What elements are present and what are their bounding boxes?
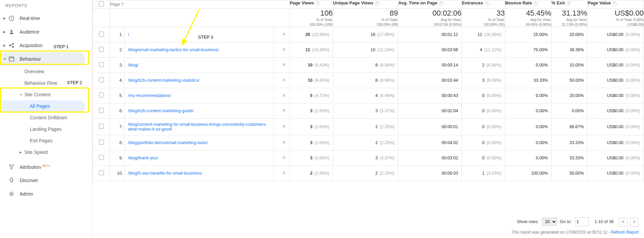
table-row: 5./my-recommendations/⇱5(4.72%)4(4.49%)0…: [93, 88, 644, 103]
prev-page-button[interactable]: <: [619, 218, 627, 226]
refresh-report-link[interactable]: Refresh Report: [611, 230, 639, 235]
page-link[interactable]: /blog/5-seo-benefits-for-small-business/: [128, 171, 202, 176]
help-icon[interactable]: ?: [375, 1, 380, 6]
help-icon[interactable]: ?: [439, 1, 444, 6]
page-link[interactable]: /blog/b2b-content-marketing-guide/: [128, 108, 194, 113]
column-header-unique[interactable]: Unique Page Views?: [333, 0, 398, 9]
popout-icon[interactable]: ⇱: [283, 156, 286, 160]
help-icon[interactable]: ?: [533, 1, 538, 6]
row-checkbox[interactable]: [99, 77, 104, 82]
row-checkbox[interactable]: [99, 93, 104, 98]
column-header-exit[interactable]: % Exit?: [552, 0, 587, 9]
clock-icon: [8, 15, 15, 22]
cell-bounce: 0.00%: [505, 151, 551, 166]
cell-entrances: 0(0.00%): [461, 135, 505, 151]
nav-admin[interactable]: Admin: [0, 187, 92, 201]
subnav-exit-pages[interactable]: Exit Pages: [0, 135, 85, 146]
pagination-range: 1-10 of 36: [595, 219, 614, 224]
popout-icon[interactable]: ⇱: [283, 93, 286, 98]
sort-down-icon: ↓: [328, 8, 331, 13]
popout-icon[interactable]: ⇱: [283, 108, 286, 113]
nav-attribution[interactable]: AttributionBETA: [0, 160, 92, 174]
row-checkbox[interactable]: [99, 62, 104, 67]
cell-unique: 2(2.25%): [333, 119, 398, 135]
column-header-pageviews[interactable]: Page Views? ↓: [290, 0, 333, 9]
nav-audience[interactable]: ▶ Audience: [0, 25, 92, 39]
row-popout-cell: ⇱: [274, 73, 290, 88]
caret-right-icon: ▶: [3, 44, 6, 47]
nav-label: Admin: [20, 191, 89, 197]
column-header-avgtime[interactable]: Avg. Time on Page?: [398, 0, 462, 9]
page-link[interactable]: /: [128, 32, 129, 37]
page-link[interactable]: /blog/content-marketing-for-small-busine…: [128, 122, 267, 132]
cell-pageviews: 3(2.83%): [290, 103, 333, 119]
next-page-button[interactable]: >: [630, 218, 639, 226]
summary-empty: [110, 9, 290, 27]
column-header-entrances[interactable]: Entrances?: [461, 0, 505, 9]
column-header-bounce[interactable]: Bounce Rate?: [505, 0, 551, 9]
cell-entrances: 12(36.36%): [461, 27, 505, 42]
subnav-site-content[interactable]: ▼ Site Content: [0, 89, 85, 100]
table-row: 10./blog/5-seo-benefits-for-small-busine…: [93, 166, 644, 181]
subnav-all-pages[interactable]: All Pages: [0, 100, 85, 112]
subnav-label: Behaviour Flow: [24, 80, 57, 86]
page-link[interactable]: /blog/portfolio-items/email-marketing-to…: [128, 140, 208, 145]
column-header-value[interactable]: Page Value?: [587, 0, 644, 9]
popout-icon[interactable]: ⇱: [283, 124, 286, 129]
row-popout-cell: ⇱: [274, 42, 290, 58]
summary-exit: 31.13% Avg for View: 31.13% (0.00%): [552, 9, 587, 27]
goto-input[interactable]: [575, 217, 589, 226]
help-icon[interactable]: ?: [485, 1, 489, 6]
show-rows-select[interactable]: 10: [542, 218, 557, 226]
help-icon[interactable]: ?: [121, 2, 124, 7]
nav-behaviour[interactable]: ▼ Behaviour: [0, 52, 85, 66]
help-icon[interactable]: ?: [315, 1, 320, 6]
help-icon[interactable]: ?: [566, 1, 571, 6]
page-link[interactable]: /blog/b2b-content-marketing-statistics/: [128, 78, 199, 83]
page-link[interactable]: /my-recommendations/: [128, 93, 171, 98]
row-checkbox[interactable]: [99, 47, 104, 52]
subnav-content-drilldown[interactable]: Content Drilldown: [0, 112, 85, 123]
row-popout-cell: ⇱: [274, 166, 290, 181]
row-checkbox[interactable]: [99, 140, 104, 145]
nav-realtime[interactable]: ▶ Real-time: [0, 12, 92, 25]
subnav-behaviour-flow[interactable]: Behaviour Flow: [0, 77, 85, 89]
nav-discover[interactable]: Discover: [0, 174, 92, 187]
sidebar-section-title: REPORTS: [0, 1, 92, 12]
cell-avgtime: 00:03:56: [398, 42, 462, 58]
column-header-page[interactable]: Page ?: [110, 0, 290, 9]
subnav-site-speed[interactable]: ▶ Site Speed: [0, 146, 85, 158]
row-index: 2.: [110, 42, 125, 58]
row-checkbox[interactable]: [99, 124, 104, 129]
cell-avgtime: 00:04:02: [398, 135, 462, 151]
nav-acquisition[interactable]: ▶ Acquisition: [0, 39, 92, 52]
row-popout-cell: ⇱: [274, 27, 290, 42]
subnav-landing-pages[interactable]: Landing Pages: [0, 123, 85, 135]
popout-icon[interactable]: ⇱: [283, 78, 286, 83]
help-icon[interactable]: ?: [612, 1, 617, 6]
row-checkbox[interactable]: [99, 170, 104, 175]
popout-icon[interactable]: ⇱: [283, 140, 286, 145]
popout-icon[interactable]: ⇱: [283, 171, 286, 176]
popout-icon[interactable]: ⇱: [283, 63, 286, 67]
subnav-overview[interactable]: Overview: [0, 66, 85, 77]
popout-icon[interactable]: ⇱: [283, 32, 286, 37]
row-checkbox[interactable]: [99, 32, 104, 37]
row-page-cell: /blog/: [125, 58, 274, 73]
popout-icon[interactable]: ⇱: [283, 47, 286, 52]
svg-rect-5: [9, 57, 14, 61]
row-index: 6.: [110, 103, 125, 119]
page-link[interactable]: /blog/thank-you/: [128, 156, 158, 160]
page-link[interactable]: /blog/email-marketing-tactics-for-small-…: [128, 47, 219, 52]
row-checkbox[interactable]: [99, 108, 104, 113]
row-checkbox-cell: [93, 166, 110, 181]
select-all-checkbox[interactable]: [99, 1, 104, 6]
cell-exit: 33.33%: [552, 135, 587, 151]
nav-label: Real-time: [20, 16, 89, 21]
page-link[interactable]: /blog/: [128, 63, 138, 67]
caret-right-icon: ▶: [20, 151, 23, 154]
summary-unique: 89 % of Total: 100.00% (89): [333, 9, 398, 27]
cell-avgtime: 00:03:02: [398, 151, 462, 166]
summary-avgtime: 00:02:06 Avg for View: 00:02:06 (0.00%): [398, 9, 462, 27]
row-checkbox[interactable]: [99, 155, 104, 160]
